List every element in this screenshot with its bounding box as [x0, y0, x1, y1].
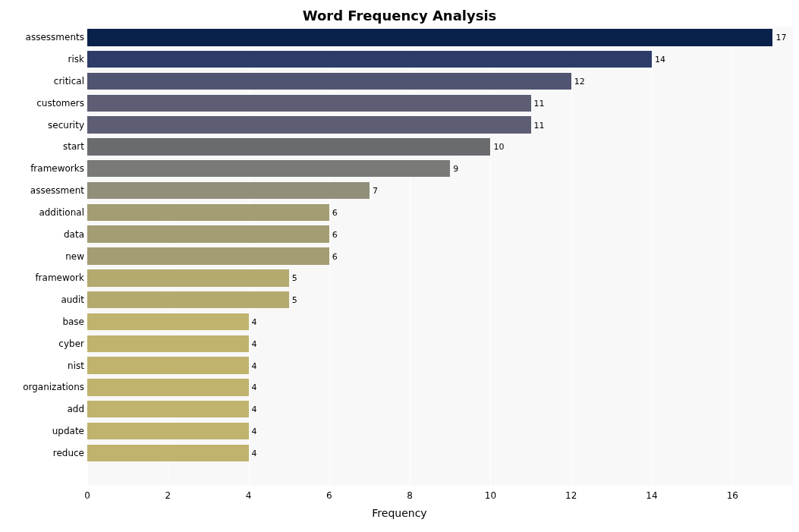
y-tick-label: additional	[39, 207, 84, 218]
bar-value-label: 6	[332, 252, 338, 260]
bar-value-label: 4	[252, 427, 257, 435]
bar-value-label: 7	[373, 187, 378, 195]
y-tick-label: add	[67, 404, 84, 414]
x-tick-label: 4	[246, 490, 252, 501]
y-tick-label: security	[48, 120, 84, 131]
bar-slot	[87, 269, 793, 286]
bar-slot	[87, 291, 793, 308]
x-tick-label: 10	[485, 490, 496, 501]
chart-title: Word Frequency Analysis	[0, 8, 799, 24]
bar	[87, 51, 652, 68]
bar-slot	[87, 204, 793, 221]
bar-value-label: 14	[655, 55, 665, 64]
bar	[87, 335, 249, 352]
bar-value-label: 9	[453, 165, 458, 173]
y-tick-label: reduce	[53, 448, 84, 458]
x-tick-label: 0	[84, 490, 90, 501]
bar-value-label: 5	[292, 274, 297, 282]
bar-value-label: 17	[775, 33, 786, 42]
bar-value-label: 4	[252, 449, 257, 457]
bar-slot	[87, 313, 793, 330]
x-axis-label: Frequency	[0, 507, 799, 519]
bar-slot	[87, 95, 793, 112]
x-tick-label: 14	[646, 490, 657, 501]
bar	[87, 116, 531, 133]
y-tick-label: organizations	[23, 382, 84, 392]
bar-slot	[87, 247, 793, 264]
bar-value-label: 5	[292, 296, 297, 304]
y-tick-label: frameworks	[30, 163, 84, 174]
y-tick-label: new	[65, 251, 84, 262]
bar-value-label: 6	[332, 208, 338, 216]
y-tick-label: update	[52, 426, 84, 436]
y-tick-label: risk	[68, 54, 84, 65]
x-tick-label: 6	[326, 490, 332, 501]
bar-slot	[87, 138, 793, 155]
y-tick-label: framework	[35, 272, 84, 283]
bar-value-label: 4	[252, 383, 257, 392]
chart-figure: Word Frequency Analysis assessmentsriskc…	[0, 0, 799, 532]
bar-slot	[87, 357, 793, 373]
bar	[87, 423, 249, 439]
bar	[87, 182, 370, 199]
bar-value-label: 6	[332, 230, 338, 238]
y-tick-label: critical	[54, 76, 84, 87]
bar	[87, 401, 249, 417]
bar-slot	[87, 423, 793, 439]
y-tick-label: audit	[61, 294, 84, 305]
bar-value-label: 11	[534, 99, 545, 107]
bar-value-label: 10	[493, 143, 504, 151]
y-tick-label: cyber	[58, 338, 84, 349]
bar-slot	[87, 379, 793, 395]
plot-area	[87, 27, 793, 486]
x-tick-label: 16	[727, 490, 738, 501]
bar	[87, 204, 329, 221]
bar	[87, 160, 450, 177]
y-tick-label: start	[63, 141, 84, 152]
x-tick-label: 8	[407, 490, 413, 501]
x-tick-label: 2	[165, 490, 171, 501]
bar-value-label: 12	[574, 77, 585, 86]
bar	[87, 95, 531, 112]
bar-slot	[87, 401, 793, 417]
bar	[87, 29, 772, 46]
y-tick-label: assessment	[30, 185, 84, 196]
bar	[87, 247, 329, 264]
bar-slot	[87, 160, 793, 177]
bar	[87, 269, 289, 286]
bar	[87, 138, 490, 155]
y-tick-label: data	[64, 229, 84, 240]
bar-value-label: 4	[252, 339, 257, 348]
bar-value-label: 4	[252, 361, 257, 370]
y-tick-label: customers	[36, 98, 84, 109]
bar	[87, 225, 329, 242]
bar-slot	[87, 182, 793, 199]
bar	[87, 357, 249, 373]
bar	[87, 313, 249, 330]
bar-value-label: 11	[534, 121, 545, 129]
bar-slot	[87, 335, 793, 352]
y-tick-label: base	[62, 316, 84, 327]
bar	[87, 291, 289, 308]
bar	[87, 379, 249, 395]
bar-slot	[87, 73, 793, 90]
bar-slot	[87, 29, 793, 46]
bar	[87, 73, 571, 90]
bar-value-label: 4	[252, 405, 257, 414]
bar-slot	[87, 51, 793, 68]
bar-slot	[87, 116, 793, 133]
bar-value-label: 4	[252, 317, 257, 326]
bar	[87, 445, 249, 461]
y-tick-label: assessments	[26, 32, 84, 42]
bar-slot	[87, 225, 793, 242]
bar-slot	[87, 445, 793, 461]
x-tick-label: 12	[565, 490, 577, 501]
y-tick-label: nist	[68, 360, 84, 371]
